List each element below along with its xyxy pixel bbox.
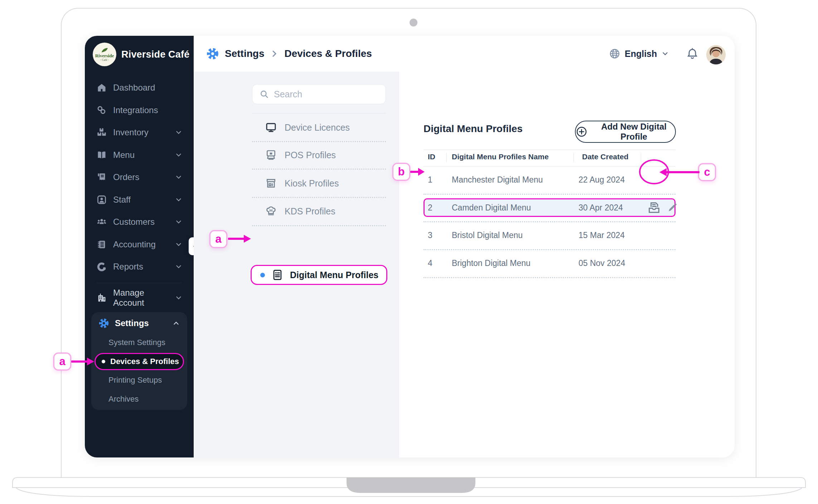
- breadcrumb: Settings Devices & Profiles: [206, 36, 372, 72]
- brand-logo: Riverside - Café -: [93, 43, 116, 66]
- sidebar-item-menu[interactable]: Menu: [97, 147, 183, 163]
- sidebar-item-customers[interactable]: Customers: [97, 214, 183, 230]
- subnav-item-device-licences[interactable]: Device Licences: [265, 119, 387, 136]
- sidebar-item-archives[interactable]: Archives: [108, 393, 180, 406]
- sidebar-item-integrations[interactable]: Integrations: [97, 102, 183, 118]
- chevron-down-icon: [175, 196, 183, 204]
- dotted-separator: [423, 221, 676, 222]
- laptop-camera-dot: [410, 19, 417, 26]
- subnav-item-kiosk-profiles[interactable]: Kiosk Profiles: [265, 175, 387, 192]
- laptop-base: [0, 477, 818, 504]
- avatar-photo: [706, 45, 726, 64]
- sub-link-label: Printing Setups: [108, 375, 162, 385]
- sidebar-item-label: Orders: [113, 172, 139, 182]
- cell-id: 1: [428, 175, 432, 185]
- sidebar-item-dashboard[interactable]: Dashboard: [97, 80, 183, 96]
- sidebar-item-label: Customers: [113, 217, 155, 227]
- sidebar-item-label: Accounting: [113, 239, 156, 249]
- subnav-item-label: Kiosk Profiles: [285, 178, 339, 189]
- bell-icon: [686, 47, 699, 60]
- topbar: Settings Devices & Profiles English: [194, 36, 735, 72]
- callout-badge-a-subnav: a: [209, 230, 227, 248]
- boxes-icon: [97, 127, 107, 137]
- home-icon: [97, 83, 107, 93]
- callout-circle-archive-icon: [638, 159, 670, 185]
- edit-pencil-icon[interactable]: [667, 202, 678, 213]
- subnav-item-digital-menu-profiles[interactable]: Digital Menu Profiles: [251, 265, 387, 285]
- breadcrumb-root[interactable]: Settings: [225, 48, 264, 59]
- sub-link-label: Devices & Profiles: [110, 357, 179, 366]
- cell-id: 3: [428, 231, 432, 240]
- sidebar-item-label: Staff: [113, 195, 131, 205]
- sidebar-item-reports[interactable]: Reports: [97, 259, 183, 275]
- dotted-separator: [423, 249, 676, 250]
- sidebar: Riverside - Café - Riverside Café Dashbo…: [85, 36, 194, 457]
- sub-link-label: System Settings: [108, 338, 165, 347]
- sidebar-item-accounting[interactable]: Accounting: [97, 237, 183, 252]
- chevron-down-icon: [175, 129, 183, 136]
- sidebar-item-staff[interactable]: Staff: [97, 192, 183, 208]
- callout-badge-a-sidebar: a: [53, 353, 71, 370]
- brand-name: Riverside Café: [121, 49, 189, 60]
- chevron-down-icon: [175, 294, 183, 302]
- avatar[interactable]: [706, 45, 726, 64]
- gear-icon: [206, 47, 219, 60]
- callout-badge-c: c: [698, 163, 716, 181]
- page-title: Digital Menu Profiles: [423, 123, 523, 135]
- sidebar-item-system-settings[interactable]: System Settings: [108, 336, 180, 349]
- cell-name: Manchester Digital Menu: [452, 175, 543, 185]
- people-icon: [97, 217, 107, 227]
- sub-link-label: Archives: [108, 394, 139, 404]
- app-window: Riverside - Café - Riverside Café Dashbo…: [85, 36, 735, 457]
- link-icon: [97, 105, 107, 115]
- cell-name: Bristol Digital Menu: [452, 231, 523, 240]
- add-new-digital-profile-button[interactable]: Add New Digital Profile: [575, 121, 676, 143]
- sidebar-item-label: Manage Account: [113, 288, 168, 308]
- sidebar-divider: [97, 283, 182, 283]
- subnav-item-label: Digital Menu Profiles: [290, 270, 378, 280]
- kiosk-icon: [265, 178, 277, 189]
- dotted-separator: [252, 169, 386, 170]
- globe-icon: [609, 48, 620, 59]
- chevron-down-icon: [175, 218, 183, 226]
- search-input[interactable]: [274, 89, 374, 100]
- chevron-down-icon: [661, 50, 669, 58]
- cell-date: 15 Mar 2024: [579, 231, 625, 240]
- sidebar-item-label: Settings: [115, 318, 149, 328]
- callout-arrow-a-sidebar: [71, 356, 95, 367]
- subnav-item-label: POS Profiles: [285, 150, 336, 160]
- sidebar-item-inventory[interactable]: Inventory: [97, 125, 183, 140]
- column-separator: [573, 153, 574, 162]
- notifications-button[interactable]: [686, 47, 699, 62]
- donut-chart-icon: [97, 262, 107, 272]
- sidebar-item-label: Integrations: [113, 105, 158, 115]
- table-top-border: [423, 150, 676, 150]
- sidebar-item-label: Menu: [113, 150, 135, 160]
- receipt-icon: [97, 172, 107, 182]
- sidebar-item-label: Dashboard: [113, 83, 155, 93]
- cell-name: Brighton Digital Menu: [452, 258, 531, 268]
- search-box: [252, 84, 386, 104]
- active-dot: [102, 360, 105, 363]
- subnav-item-label: Device Licences: [285, 122, 350, 133]
- chevron-up-icon: [172, 319, 180, 327]
- sidebar-item-orders[interactable]: Orders: [97, 169, 183, 185]
- chevron-right-icon: [270, 49, 279, 58]
- sidebar-item-settings[interactable]: Settings: [98, 316, 180, 331]
- archive-tray-icon[interactable]: [647, 200, 661, 215]
- language-selector[interactable]: English: [609, 36, 669, 72]
- pos-terminal-icon: [265, 149, 277, 161]
- digital-menu-icon: [271, 269, 284, 281]
- main-content: Digital Menu Profiles Add New Digital Pr…: [399, 72, 735, 457]
- subnav-item-kds-profiles[interactable]: KDS Profiles: [265, 203, 387, 219]
- sidebar-item-manage-account[interactable]: Manage Account: [97, 290, 183, 306]
- subnav-item-pos-profiles[interactable]: POS Profiles: [265, 147, 387, 163]
- column-separator: [446, 153, 447, 162]
- language-label: English: [625, 49, 657, 59]
- sidebar-item-devices-profiles[interactable]: Devices & Profiles: [95, 353, 184, 370]
- sidebar-item-printing-setups[interactable]: Printing Setups: [108, 374, 180, 387]
- dotted-separator: [423, 277, 676, 278]
- cell-id: 2: [428, 203, 432, 213]
- monitor-icon: [265, 122, 277, 133]
- chevron-down-icon: [175, 173, 183, 181]
